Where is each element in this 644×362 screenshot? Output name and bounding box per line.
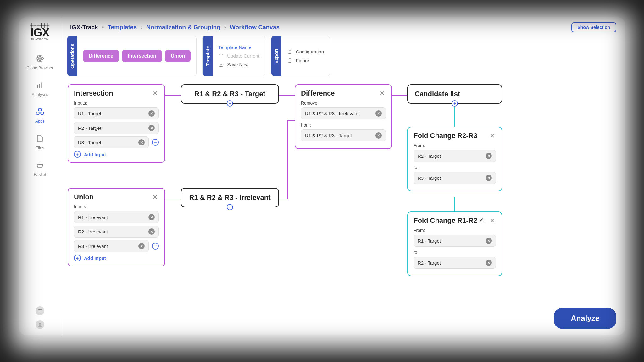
remove-input-icon[interactable]: − xyxy=(152,139,159,146)
cubes-icon xyxy=(35,107,45,117)
input-chip[interactable]: R1 - Target✕ xyxy=(414,235,496,247)
logo: ┼┼┼┼┼┼ IGX PLATFORM xyxy=(30,23,49,41)
add-port-icon[interactable]: + xyxy=(452,100,458,107)
svg-point-11 xyxy=(39,323,41,325)
edit-cursor-icon xyxy=(479,218,484,223)
close-icon[interactable]: ✕ xyxy=(488,217,496,224)
breadcrumb: IGX-Track • Templates › Normalization & … xyxy=(70,24,280,31)
toolbar: Operations Difference Intersection Union… xyxy=(61,36,625,80)
bars-icon xyxy=(35,80,45,90)
template-tab: Template xyxy=(203,36,213,76)
export-config[interactable]: Configuration xyxy=(287,49,324,54)
show-selection-button[interactable]: Show Selection xyxy=(571,22,616,32)
input-chip[interactable]: R2 - Irrelevant✕ xyxy=(74,226,159,238)
plus-icon: + xyxy=(74,151,81,158)
export-figure[interactable]: Figure xyxy=(287,58,324,63)
nav-clone-browser[interactable]: Clone Browser xyxy=(26,53,53,70)
nav-label: Analyses xyxy=(32,92,48,97)
input-chip[interactable]: R3 - Target✕ xyxy=(74,136,149,148)
template-save-new[interactable]: Save New xyxy=(218,62,259,68)
main-area: IGX-Track • Templates › Normalization & … xyxy=(61,17,625,335)
upload-icon xyxy=(287,58,293,63)
operations-panel: Operations Difference Intersection Union xyxy=(67,36,197,76)
result-target-node[interactable]: R1 & R2 & R3 - Target + xyxy=(181,84,279,104)
nav-label: Clone Browser xyxy=(26,65,53,70)
remove-icon[interactable]: ✕ xyxy=(486,153,492,159)
remove-icon[interactable]: ✕ xyxy=(138,139,145,145)
export-tab: Export xyxy=(271,36,281,76)
remove-icon[interactable]: ✕ xyxy=(138,243,145,249)
input-chip[interactable]: R1 & R2 & R3 - Irrelevant✕ xyxy=(301,107,386,119)
atom-icon xyxy=(35,53,45,63)
input-chip[interactable]: R2 - Target✕ xyxy=(74,122,159,134)
remove-input-icon[interactable]: − xyxy=(152,243,159,250)
close-icon[interactable]: ✕ xyxy=(151,90,159,97)
input-chip[interactable]: R2 - Target✕ xyxy=(414,150,496,162)
inputs-label: Inputs: xyxy=(74,204,159,209)
add-input-button[interactable]: +Add Input xyxy=(74,255,159,261)
input-chip[interactable]: R1 - Target✕ xyxy=(74,107,159,119)
input-chip[interactable]: R3 - Target✕ xyxy=(414,172,496,184)
close-icon[interactable]: ✕ xyxy=(151,193,159,201)
chevron-right-icon: › xyxy=(224,24,226,31)
svg-point-0 xyxy=(39,58,41,59)
nav-apps[interactable]: Apps xyxy=(35,107,45,123)
to-label: to: xyxy=(414,250,496,255)
basket-icon xyxy=(35,160,45,170)
nav-files[interactable]: Files xyxy=(35,134,45,150)
node-title: Intersection xyxy=(74,89,113,97)
remove-icon[interactable]: ✕ xyxy=(486,260,492,266)
remove-icon[interactable]: ✕ xyxy=(486,175,492,181)
svg-rect-10 xyxy=(38,310,42,312)
analyze-button[interactable]: Analyze xyxy=(554,308,616,329)
topbar: IGX-Track • Templates › Normalization & … xyxy=(61,17,625,36)
union-node[interactable]: Union ✕ Inputs: R1 - Irrelevant✕ R2 - Ir… xyxy=(68,188,165,266)
add-port-icon[interactable]: + xyxy=(227,204,233,210)
candidate-list-node[interactable]: Candidate list + xyxy=(407,84,502,104)
from-label: From: xyxy=(414,143,496,148)
fold-change-r1r2-node[interactable]: Fold Change R1-R2 ✕ From: R1 - Target✕ t… xyxy=(407,211,502,276)
input-chip[interactable]: R1 & R2 & R3 - Target✕ xyxy=(301,129,386,141)
add-input-button[interactable]: +Add Input xyxy=(74,151,159,158)
add-port-icon[interactable]: + xyxy=(227,100,233,107)
result-irrelevant-node[interactable]: R1 & R2 & R3 - Irrelevant + xyxy=(181,188,279,207)
close-icon[interactable]: ✕ xyxy=(488,132,496,140)
to-label: to: xyxy=(414,165,496,170)
export-panel: Export Configuration Figure xyxy=(271,36,330,76)
from-label: From: xyxy=(414,228,496,233)
nav-label: Apps xyxy=(35,119,45,123)
chat-icon[interactable] xyxy=(36,306,44,315)
node-title: Fold Change R1-R2 xyxy=(414,217,484,225)
op-intersection-button[interactable]: Intersection xyxy=(122,50,162,62)
input-chip[interactable]: R3 - Irrelevant✕ xyxy=(74,240,149,252)
remove-icon[interactable]: ✕ xyxy=(375,110,382,117)
user-avatar[interactable] xyxy=(36,320,44,329)
remove-icon[interactable]: ✕ xyxy=(148,214,155,220)
node-title: Fold Change R2-R3 xyxy=(414,132,477,140)
remove-icon[interactable]: ✕ xyxy=(148,110,155,117)
input-chip[interactable]: R2 - Target✕ xyxy=(414,257,496,269)
op-difference-button[interactable]: Difference xyxy=(83,50,119,62)
remove-icon[interactable]: ✕ xyxy=(375,132,382,139)
breadcrumb-templates[interactable]: Templates xyxy=(108,24,137,31)
input-chip[interactable]: R1 - Irrelevant✕ xyxy=(74,211,159,223)
close-icon[interactable]: ✕ xyxy=(378,90,386,97)
nav-analyses[interactable]: Analyses xyxy=(32,80,48,97)
logo-text: IGX xyxy=(30,28,49,38)
op-union-button[interactable]: Union xyxy=(165,50,191,62)
sidebar: ┼┼┼┼┼┼ IGX PLATFORM Clone Browser Analys… xyxy=(19,17,61,335)
workflow-canvas[interactable]: Intersection ✕ Inputs: R1 - Target✕ R2 -… xyxy=(61,80,625,335)
upload-icon xyxy=(287,49,293,54)
fold-change-r2r3-node[interactable]: Fold Change R2-R3 ✕ From: R2 - Target✕ t… xyxy=(407,127,502,191)
nav-label: Basket xyxy=(34,172,46,177)
nav-basket[interactable]: Basket xyxy=(34,160,46,177)
template-name-link[interactable]: Template Name xyxy=(218,45,259,50)
remove-icon[interactable]: ✕ xyxy=(486,238,492,244)
save-icon xyxy=(218,62,224,68)
intersection-node[interactable]: Intersection ✕ Inputs: R1 - Target✕ R2 -… xyxy=(68,84,165,163)
template-panel: Template Template Name Update Current Sa… xyxy=(202,36,265,76)
remove-icon[interactable]: ✕ xyxy=(148,228,155,235)
difference-node[interactable]: Difference ✕ Remove: R1 & R2 & R3 - Irre… xyxy=(295,84,392,149)
remove-icon[interactable]: ✕ xyxy=(148,125,155,131)
breadcrumb-norm[interactable]: Normalization & Grouping xyxy=(146,24,220,31)
